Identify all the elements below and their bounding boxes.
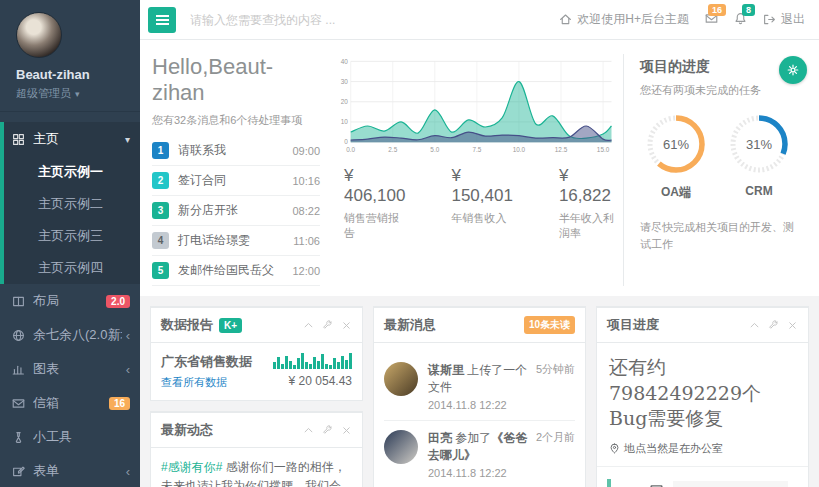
panel-tools: [749, 320, 798, 331]
sidebar-profile: Beaut-zihan 超级管理员: [0, 0, 140, 112]
sidebar-subitem-home-1[interactable]: 主页示例一: [4, 156, 140, 188]
sidebar-item-forms[interactable]: 表单: [0, 454, 140, 487]
todo-item[interactable]: 2 签订合同 10:16: [152, 166, 320, 196]
notifications-button[interactable]: 8: [734, 12, 747, 28]
user-avatar[interactable]: [16, 12, 62, 58]
sidebar-item-layout[interactable]: 布局 2.0: [0, 284, 140, 318]
settings-fab-button[interactable]: [779, 56, 807, 84]
panel-data-report: 数据报告 K+ 广东省销售数据 查看所有数据: [150, 306, 363, 401]
globe-icon: [12, 329, 25, 342]
panel-latest-activity: 最新动态 #感谢有你# 感谢你们一路的相伴，未来也请让我为你们撑腰，我们会更好 …: [150, 411, 363, 487]
panel-header: 最新动态: [151, 413, 362, 448]
panel-title: 最新消息: [384, 316, 436, 334]
avatar[interactable]: [384, 430, 418, 464]
sidebar-toggle-button[interactable]: [148, 7, 176, 33]
svg-text:10.0: 10.0: [513, 146, 526, 153]
collapse-icon[interactable]: [303, 320, 314, 331]
svg-text:5.0: 5.0: [430, 146, 439, 153]
project-progress-section: 项目的进度 您还有两项未完成的任务 61% OA端 31%: [623, 54, 809, 286]
messages-button[interactable]: 16: [705, 12, 718, 28]
svg-text:2.5: 2.5: [388, 146, 397, 153]
todo-item[interactable]: 5 发邮件给国民岳父 12:00: [152, 256, 320, 286]
panel-title: 数据报告: [161, 316, 213, 334]
th-large-icon: [12, 133, 25, 146]
logout-label: 退出: [781, 11, 805, 28]
search-input[interactable]: [190, 13, 440, 27]
collapse-icon[interactable]: [749, 320, 760, 331]
logout-button[interactable]: 退出: [763, 11, 805, 28]
app-root: Beaut-zihan 超级管理员 主页 主页示例一 主页示例二 主页示例三 主…: [0, 0, 819, 487]
sidebar: Beaut-zihan 超级管理员 主页 主页示例一 主页示例二 主页示例三 主…: [0, 0, 140, 487]
panel-project-progress: 项目进度 还有约79842492229个Bug需要修复 地点当然是在办公室: [596, 306, 809, 487]
sidebar-subitem-home-4[interactable]: 主页示例四: [4, 252, 140, 284]
stat-block: ¥ 150,401 年销售收入: [451, 166, 512, 241]
donut-row: 61% OA端 31% CRM: [640, 112, 795, 201]
stat-block: ¥ 16,822 半年收入利润率: [559, 166, 617, 241]
sidebar-subitem-home-3[interactable]: 主页示例三: [4, 220, 140, 252]
todo-item[interactable]: 3 新分店开张 08:22: [152, 196, 320, 226]
svg-text:15.0: 15.0: [597, 146, 610, 153]
todo-item[interactable]: 1 请联系我 09:00: [152, 136, 320, 166]
content-area: 数据报告 K+ 广东省销售数据 查看所有数据: [140, 296, 819, 487]
report-sparkline-block: ¥ 20 054.43: [273, 353, 352, 388]
panel-body: 6:00 2小时前 服务器已彻底瘫痪 还未检查出错误: [597, 479, 808, 487]
close-icon[interactable]: [341, 320, 352, 331]
panel-header: 数据报告 K+: [151, 308, 362, 343]
flask-icon: [12, 431, 25, 444]
envelope-icon: [12, 397, 25, 410]
user-name: Beaut-zihan: [16, 67, 140, 82]
project-headline-block: 还有约79842492229个Bug需要修复 地点当然是在办公室: [597, 343, 808, 467]
user-role-dropdown[interactable]: 超级管理员: [16, 86, 140, 101]
unread-badge: 10条未读: [524, 316, 575, 334]
menu-badge: 16: [109, 397, 130, 410]
project-location: 地点当然是在办公室: [609, 441, 796, 456]
welcome-text: 欢迎使用H+后台主题: [577, 11, 689, 28]
stats-row: ¥ 406,100 销售营销报告 ¥ 150,401 年销售收入 ¥ 16,82…: [344, 166, 617, 241]
k-plus-badge: K+: [219, 318, 242, 333]
oa-donut-chart: 61%: [644, 112, 708, 176]
panel-body: 谋斯里 上传了一个文件 2014.11.8 12:22 5分钟前 田亮 参加了《…: [374, 343, 585, 487]
timeline-entry[interactable]: 6:00 2小时前 服务器已彻底瘫痪 还未检查出错误: [611, 481, 788, 487]
wrench-icon[interactable]: [322, 425, 333, 436]
sidebar-menu: 主页 主页示例一 主页示例二 主页示例三 主页示例四 布局 2.0 余七余八(2…: [0, 122, 140, 487]
svg-text:0.0: 0.0: [346, 146, 355, 153]
todo-number-badge: 4: [152, 232, 169, 249]
sidebar-item-home[interactable]: 主页: [4, 122, 140, 156]
sidebar-item-charts[interactable]: 图表: [0, 352, 140, 386]
close-icon[interactable]: [341, 425, 352, 436]
welcome-link[interactable]: 欢迎使用H+后台主题: [559, 11, 689, 28]
sidebar-item-mailbox[interactable]: 信箱 16: [0, 386, 140, 420]
column-left: 数据报告 K+ 广东省销售数据 查看所有数据: [150, 306, 363, 487]
sales-chart-section: 0102030400.02.55.07.510.012.515.0 ¥ 406,…: [330, 54, 623, 286]
stat-block: ¥ 406,100 销售营销报告: [344, 166, 405, 241]
wrench-icon[interactable]: [322, 320, 333, 331]
envelope-icon: [650, 483, 663, 487]
donut-crm: 31% CRM: [727, 112, 791, 201]
sidebar-subitem-home-2[interactable]: 主页示例二: [4, 188, 140, 220]
wrench-icon[interactable]: [768, 320, 779, 331]
avatar[interactable]: [384, 362, 418, 396]
todo-number-badge: 1: [152, 142, 169, 159]
panel-header: 最新消息 10条未读: [374, 308, 585, 343]
main-area: 欢迎使用H+后台主题 16 8 退出: [140, 0, 819, 487]
sign-out-icon: [763, 13, 776, 26]
view-all-data-link[interactable]: 查看所有数据: [161, 375, 227, 390]
svg-text:20: 20: [341, 98, 349, 105]
collapse-icon[interactable]: [303, 425, 314, 436]
report-info: 广东省销售数据 查看所有数据: [161, 353, 252, 390]
svg-text:12.5: 12.5: [555, 146, 568, 153]
close-icon[interactable]: [787, 320, 798, 331]
bug-headline: 还有约79842492229个Bug需要修复: [609, 355, 796, 432]
hashtag[interactable]: #感谢有你#: [161, 460, 222, 474]
sales-sparkline: [273, 353, 352, 369]
greeting-section: Hello,Beaut-zihan 您有32条消息和6个待处理事项 1 请联系我…: [150, 54, 330, 286]
edit-icon: [12, 465, 25, 478]
svg-text:7.5: 7.5: [472, 146, 481, 153]
menu-badge: 2.0: [106, 295, 130, 308]
sidebar-item-widgets[interactable]: 小工具: [0, 420, 140, 454]
feed-post: #感谢有你# 感谢你们一路的相伴，未来也请让我为你们撑腰，我们会更好: [161, 458, 352, 487]
sidebar-item-extra[interactable]: 余七余八(2.0新增): [0, 318, 140, 352]
message-item[interactable]: 谋斯里 上传了一个文件 2014.11.8 12:22 5分钟前: [384, 353, 575, 421]
message-item[interactable]: 田亮 参加了《爸爸去哪儿》 2014.11.8 12:22 2个月前: [384, 421, 575, 487]
todo-item[interactable]: 4 打电话给璟雯 11:06: [152, 226, 320, 256]
